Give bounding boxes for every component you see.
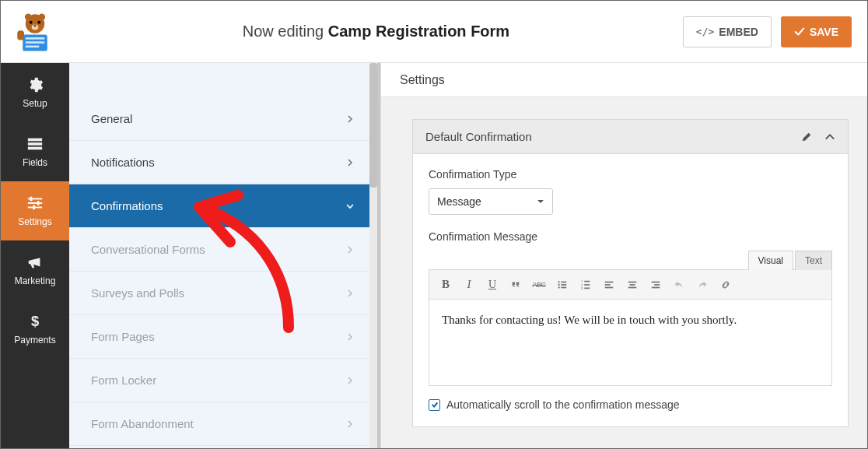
submenu-notifications-label: Notifications [91,156,155,169]
nav-setup[interactable]: Setup [1,63,69,122]
list-icon [26,135,44,153]
svg-point-1 [25,13,32,20]
svg-rect-39 [628,286,637,288]
sliders-icon [26,195,44,212]
top-actions: </> EMBED SAVE [683,16,867,47]
nav-settings-label: Settings [18,216,51,227]
submenu-form-abandonment-label: Form Abandonment [91,417,194,430]
vertical-nav: Setup Fields Settings Marketing $ Paymen… [1,63,69,448]
top-bar: Now editing Camp Registration Form </> E… [1,1,867,63]
submenu-form-locker-label: Form Locker [91,374,156,387]
nav-marketing[interactable]: Marketing [1,240,69,300]
chevron-right-icon [346,289,354,297]
auto-scroll-label: Automatically scroll to the confirmation… [446,398,680,411]
card-header: Default Confirmation [413,120,848,154]
chevron-right-icon [346,333,354,341]
nav-payments-label: Payments [14,335,55,346]
embed-button[interactable]: </> EMBED [683,16,772,47]
chevron-right-icon [346,377,354,384]
embed-label: EMBED [719,26,758,38]
app-logo [1,1,69,63]
submenu-surveys-label: Surveys and Polls [91,286,184,300]
numbered-list-button[interactable]: 123 [576,275,596,295]
editor-tabs: Visual Text [429,251,832,270]
chevron-right-icon [346,159,354,167]
svg-rect-12 [28,139,42,142]
svg-rect-26 [561,284,566,286]
redo-button[interactable] [692,275,712,295]
submenu-general[interactable]: General [69,97,377,141]
undo-button[interactable] [669,275,689,295]
nav-fields-label: Fields [23,157,47,168]
svg-rect-20 [33,205,35,210]
svg-rect-14 [28,147,42,150]
confirmation-card: Default Confirmation Confirmation Type M… [412,119,849,427]
svg-rect-25 [561,281,566,282]
submenu-notifications[interactable]: Notifications [69,141,377,184]
content-title: Settings [400,73,445,87]
auto-scroll-row: Automatically scroll to the confirmation… [429,398,832,411]
underline-button[interactable]: U [482,275,502,295]
confirmation-type-select[interactable]: Message [429,188,553,215]
content-header: Settings [381,63,867,97]
code-icon: </> [696,26,714,37]
editor-content[interactable]: Thanks for contacting us! We will be in … [429,300,831,385]
svg-rect-40 [652,281,660,282]
svg-rect-18 [30,197,33,202]
svg-rect-32 [584,284,590,286]
svg-point-3 [30,20,33,23]
bold-button[interactable]: B [436,275,456,295]
card-title: Default Confirmation [425,130,532,143]
nav-settings[interactable]: Settings [1,181,69,240]
submenu-form-locker[interactable]: Form Locker [69,359,377,402]
svg-rect-10 [26,45,40,47]
tab-visual[interactable]: Visual [748,251,793,270]
submenu-surveys[interactable]: Surveys and Polls [69,272,377,315]
pencil-icon[interactable] [801,132,812,142]
megaphone-icon [26,254,44,271]
align-right-button[interactable] [646,275,666,295]
scrollbar-thumb[interactable] [369,63,377,188]
nav-setup-label: Setup [23,98,47,109]
svg-point-4 [37,20,40,23]
nav-fields[interactable]: Fields [1,122,69,181]
align-left-button[interactable] [599,275,619,295]
submenu-scrollbar[interactable] [369,63,377,448]
italic-button[interactable]: I [459,275,479,295]
svg-rect-35 [605,284,611,286]
editing-prefix: Now editing [243,23,328,40]
save-button[interactable]: SAVE [781,16,852,47]
svg-rect-13 [28,142,42,146]
chevron-down-icon [537,198,544,205]
submenu-conversational[interactable]: Conversational Forms [69,228,377,272]
nav-payments[interactable]: $ Payments [1,300,69,359]
svg-rect-19 [37,201,40,205]
editor-toolbar: B I U ABC 123 [429,270,831,300]
svg-rect-37 [628,281,637,282]
chevron-up-icon[interactable] [824,132,835,142]
svg-rect-42 [652,286,660,288]
auto-scroll-checkbox[interactable] [429,399,440,411]
check-icon [431,401,439,409]
chevron-right-icon [346,115,354,123]
strikethrough-button[interactable]: ABC [529,275,549,295]
align-center-button[interactable] [622,275,642,295]
link-button[interactable] [716,275,736,295]
blockquote-button[interactable] [506,275,526,295]
svg-point-22 [558,281,559,282]
gear-icon [26,76,44,93]
svg-rect-41 [654,284,660,286]
tab-text[interactable]: Text [795,251,832,270]
svg-rect-34 [605,281,614,282]
svg-point-6 [34,24,37,26]
type-label: Confirmation Type [429,168,832,181]
bullet-list-button[interactable] [552,275,572,295]
dollar-icon: $ [26,313,44,330]
svg-rect-38 [630,284,635,286]
submenu-confirmations[interactable]: Confirmations [69,184,377,228]
svg-point-24 [558,286,559,288]
page-title: Now editing Camp Registration Form [69,23,683,40]
svg-rect-33 [584,287,590,289]
submenu-form-pages[interactable]: Form Pages [69,315,377,359]
submenu-form-abandonment[interactable]: Form Abandonment [69,402,377,446]
